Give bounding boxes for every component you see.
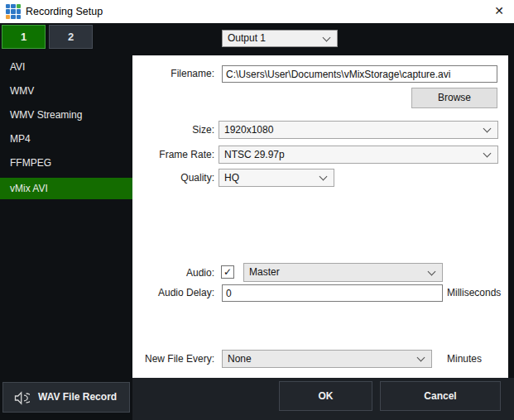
- chevron-down-icon: [323, 33, 331, 41]
- filename-input[interactable]: [222, 65, 497, 83]
- settings-panel: Filename: Browse Size: 1920x1080 Frame R…: [132, 55, 508, 378]
- chevron-down-icon: [483, 150, 492, 158]
- frame-rate-select[interactable]: NTSC 29.97p: [219, 146, 498, 164]
- wav-file-record-label: WAV File Record: [38, 391, 117, 403]
- quality-select-value: HQ: [224, 169, 315, 186]
- audio-checkbox[interactable]: ✓: [221, 265, 234, 279]
- size-select[interactable]: 1920x1080: [219, 121, 498, 139]
- chevron-down-icon: [417, 354, 425, 362]
- new-file-every-select[interactable]: None: [222, 350, 432, 368]
- size-select-value: 1920x1080: [224, 122, 479, 138]
- output-select-value: Output 1: [228, 31, 319, 46]
- audio-label: Audio:: [132, 264, 214, 283]
- vmix-logo-icon: [6, 4, 21, 19]
- size-label: Size:: [132, 121, 214, 139]
- new-file-every-label: New File Every:: [132, 350, 214, 368]
- sidebar-item-vmix-avi[interactable]: vMix AVI: [0, 178, 132, 199]
- frame-rate-select-value: NTSC 29.97p: [224, 146, 479, 163]
- sidebar-item-wmv[interactable]: WMV: [0, 79, 132, 103]
- sidebar-item-mp4[interactable]: MP4: [0, 127, 132, 151]
- title-bar: Recording Setup ✕: [0, 0, 514, 23]
- sidebar-item-wmv-streaming[interactable]: WMV Streaming: [0, 103, 132, 127]
- speaker-icon: [14, 391, 30, 405]
- tab-output-2[interactable]: 2: [49, 25, 93, 49]
- quality-label: Quality:: [132, 169, 214, 187]
- recording-setup-dialog: Recording Setup ✕ 1 2 Output 1 AVI WMV W…: [0, 0, 514, 420]
- ok-button[interactable]: OK: [279, 381, 372, 411]
- browse-button[interactable]: Browse: [411, 88, 497, 108]
- new-file-every-value: None: [228, 351, 413, 367]
- chevron-down-icon: [428, 267, 436, 275]
- chevron-down-icon: [319, 173, 328, 181]
- cancel-button[interactable]: Cancel: [380, 381, 501, 411]
- close-icon[interactable]: ✕: [489, 0, 509, 23]
- audio-source-value: Master: [249, 264, 424, 281]
- output-select[interactable]: Output 1: [222, 30, 338, 47]
- audio-delay-input[interactable]: [222, 284, 443, 302]
- sidebar-item-avi[interactable]: AVI: [0, 55, 132, 79]
- wav-file-record-button[interactable]: WAV File Record: [2, 382, 130, 413]
- format-sidebar: AVI WMV WMV Streaming MP4 FFMPEG vMix AV…: [0, 55, 132, 199]
- chevron-down-icon: [483, 125, 492, 133]
- audio-source-select[interactable]: Master: [243, 263, 443, 282]
- sidebar-item-ffmpeg[interactable]: FFMPEG: [0, 151, 132, 175]
- minutes-label: Minutes: [447, 350, 482, 368]
- milliseconds-label: Milliseconds: [447, 284, 501, 302]
- filename-label: Filename:: [132, 65, 214, 83]
- window-title: Recording Setup: [26, 0, 103, 23]
- audio-delay-label: Audio Delay:: [132, 284, 214, 302]
- quality-select[interactable]: HQ: [219, 169, 334, 187]
- frame-rate-label: Frame Rate:: [132, 146, 214, 164]
- tab-output-1[interactable]: 1: [2, 25, 46, 49]
